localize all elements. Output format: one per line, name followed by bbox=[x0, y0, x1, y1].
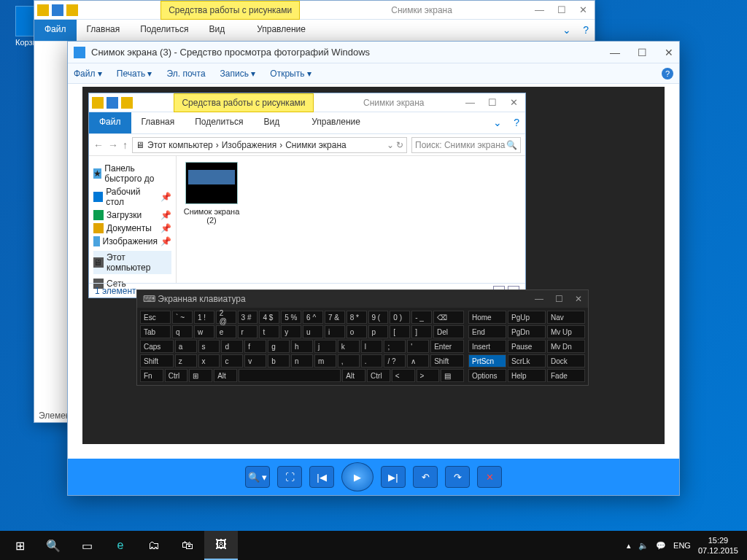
key-,[interactable]: , bbox=[338, 354, 360, 368]
context-tab-picture-tools[interactable]: Средства работы с рисунками bbox=[174, 93, 313, 112]
help-icon[interactable]: ? bbox=[508, 112, 525, 133]
tab-manage[interactable]: Управление bbox=[235, 20, 328, 41]
minimize-button[interactable]: — bbox=[535, 4, 544, 15]
file-thumbnail[interactable]: Снимок экрана (2) bbox=[182, 162, 241, 225]
minimize-button[interactable]: — bbox=[465, 97, 475, 108]
key-Insert[interactable]: Insert bbox=[468, 340, 506, 353]
key-<[interactable]: < bbox=[392, 369, 415, 382]
key-Alt[interactable]: Alt bbox=[214, 369, 237, 382]
key-Fn[interactable]: Fn bbox=[140, 369, 163, 382]
key-9 ([interactable]: 9 ( bbox=[368, 311, 389, 324]
volume-icon[interactable]: 🔈 bbox=[638, 541, 649, 551]
up-button[interactable]: ↑ bbox=[123, 139, 128, 151]
start-button[interactable]: ⊞ bbox=[3, 531, 36, 560]
key-Mv Up[interactable]: Mv Up bbox=[547, 325, 585, 338]
key-3 #[interactable]: 3 # bbox=[238, 311, 258, 324]
delete-button[interactable]: ✕ bbox=[477, 466, 502, 488]
tab-view[interactable]: Вид bbox=[253, 112, 290, 133]
key-Shift[interactable]: Shift bbox=[140, 354, 174, 368]
nav-pictures[interactable]: Изображения📌 bbox=[93, 235, 171, 248]
ribbon-expand-icon[interactable]: ⌄ bbox=[557, 20, 577, 41]
key-g[interactable]: g bbox=[268, 340, 290, 353]
key-ScrLk[interactable]: ScrLk bbox=[508, 354, 546, 368]
menu-burn[interactable]: Запись ▾ bbox=[220, 69, 256, 79]
rotate-ccw-button[interactable]: ↶ bbox=[413, 466, 438, 488]
prev-button[interactable]: |◀ bbox=[309, 466, 334, 488]
help-icon[interactable]: ? bbox=[662, 68, 673, 79]
back-button[interactable]: ← bbox=[93, 139, 104, 151]
nav-downloads[interactable]: Загрузки📌 bbox=[93, 209, 171, 222]
key-Ctrl[interactable]: Ctrl bbox=[165, 369, 188, 382]
store-icon[interactable]: 🛍 bbox=[171, 531, 204, 560]
key-Dock[interactable]: Dock bbox=[547, 354, 585, 368]
key-/ ?[interactable]: / ? bbox=[384, 354, 406, 368]
next-button[interactable]: ▶| bbox=[381, 466, 406, 488]
zoom-button[interactable]: 🔍 ▾ bbox=[245, 466, 270, 488]
key-Del[interactable]: Del bbox=[433, 325, 464, 338]
key-Ctrl[interactable]: Ctrl bbox=[367, 369, 390, 382]
key-5 %[interactable]: 5 % bbox=[281, 311, 301, 324]
key-h[interactable]: h bbox=[291, 340, 313, 353]
key-PrtScn[interactable]: PrtScn bbox=[468, 354, 506, 368]
key-k[interactable]: k bbox=[338, 340, 360, 353]
key-PgUp[interactable]: PgUp bbox=[508, 311, 546, 324]
key-End[interactable]: End bbox=[468, 325, 506, 338]
key-7 &[interactable]: 7 & bbox=[325, 311, 345, 324]
menu-email[interactable]: Эл. почта bbox=[167, 69, 206, 79]
tab-manage[interactable]: Управление bbox=[290, 112, 382, 133]
forward-button[interactable]: → bbox=[108, 139, 118, 151]
key-r[interactable]: r bbox=[238, 325, 258, 338]
key-4 $[interactable]: 4 $ bbox=[259, 311, 279, 324]
minimize-button[interactable]: — bbox=[610, 47, 620, 58]
search-button[interactable]: 🔍 bbox=[36, 531, 70, 560]
minimize-button[interactable]: — bbox=[535, 294, 543, 304]
quickaccess-group[interactable]: ★Панель быстрого до bbox=[93, 162, 171, 185]
key-- _[interactable]: - _ bbox=[411, 311, 432, 324]
edge-icon[interactable]: e bbox=[104, 531, 137, 560]
search-input[interactable]: Поиск: Снимки экрана 🔍 bbox=[411, 137, 521, 153]
help-icon[interactable]: ? bbox=[577, 20, 595, 41]
key-Shift[interactable]: Shift bbox=[430, 354, 464, 368]
key->[interactable]: > bbox=[417, 369, 440, 382]
clock[interactable]: 15:29 07.12.2015 bbox=[698, 535, 738, 556]
key-o[interactable]: o bbox=[347, 325, 367, 338]
key-;[interactable]: ; bbox=[384, 340, 406, 353]
close-button[interactable]: ✕ bbox=[579, 4, 587, 15]
key-p[interactable]: p bbox=[368, 325, 389, 338]
key-8 *[interactable]: 8 * bbox=[347, 311, 367, 324]
nav-documents[interactable]: Документы📌 bbox=[93, 222, 171, 235]
nav-thispc[interactable]: 🖥Этот компьютер bbox=[93, 251, 171, 274]
menu-print[interactable]: Печать ▾ bbox=[117, 69, 152, 79]
key-∧[interactable]: ∧ bbox=[407, 354, 429, 368]
key-⊞[interactable]: ⊞ bbox=[189, 369, 212, 382]
file-content-area[interactable]: Снимок экрана (2) bbox=[177, 156, 525, 283]
tab-share[interactable]: Поделиться bbox=[185, 112, 253, 133]
key-Mv Dn[interactable]: Mv Dn bbox=[547, 340, 585, 353]
menu-file[interactable]: Файл ▾ bbox=[74, 69, 102, 79]
rotate-cw-button[interactable]: ↷ bbox=[445, 466, 470, 488]
key-b[interactable]: b bbox=[268, 354, 290, 368]
key-q[interactable]: q bbox=[172, 325, 193, 338]
key-x[interactable]: x bbox=[198, 354, 220, 368]
context-tab-picture-tools[interactable]: Средства работы с рисунками bbox=[160, 1, 300, 20]
tray-overflow-icon[interactable]: ▴ bbox=[627, 541, 631, 551]
photoviewer-task-icon[interactable]: 🖼 bbox=[204, 531, 238, 560]
slideshow-button[interactable]: ▶ bbox=[341, 462, 374, 491]
key-j[interactable]: j bbox=[314, 340, 336, 353]
key-s[interactable]: s bbox=[198, 340, 220, 353]
key-z[interactable]: z bbox=[175, 354, 197, 368]
key-'[interactable]: ' bbox=[407, 340, 429, 353]
key-.[interactable]: . bbox=[361, 354, 383, 368]
key-u[interactable]: u bbox=[303, 325, 323, 338]
key-n[interactable]: n bbox=[291, 354, 313, 368]
fit-button[interactable]: ⛶ bbox=[277, 466, 302, 488]
key-Tab[interactable]: Tab bbox=[140, 325, 171, 338]
language-indicator[interactable]: ENG bbox=[673, 541, 691, 550]
notifications-icon[interactable]: 💬 bbox=[656, 541, 666, 551]
key-Pause[interactable]: Pause bbox=[508, 340, 546, 353]
tab-home[interactable]: Главная bbox=[77, 20, 131, 41]
key-6 ^[interactable]: 6 ^ bbox=[303, 311, 323, 324]
key-Options[interactable]: Options bbox=[468, 369, 506, 382]
tab-home[interactable]: Главная bbox=[131, 112, 185, 133]
maximize-button[interactable]: ☐ bbox=[638, 47, 647, 58]
